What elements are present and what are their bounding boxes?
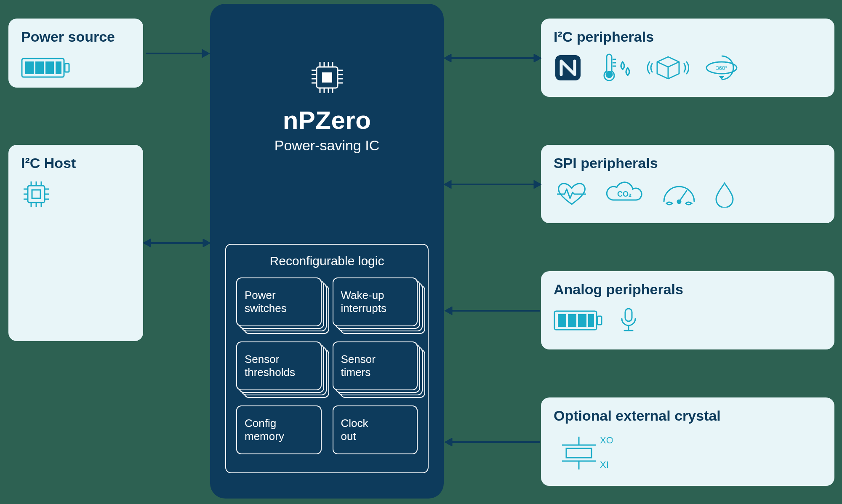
crystal-icon: XO XI <box>554 432 613 478</box>
svg-rect-54 <box>588 314 594 327</box>
i2c-peripherals-card: I²C peripherals <box>541 19 834 97</box>
svg-rect-53 <box>578 314 586 327</box>
spi-peripherals-card: SPI peripherals CO₂ <box>541 145 834 223</box>
analog-peripherals-title: Analog peripherals <box>554 281 822 298</box>
logic-cell-label: Wake-up interrupts <box>341 289 386 315</box>
battery-icon <box>21 53 72 83</box>
power-source-title: Power source <box>21 29 131 45</box>
crystal-xi-label: XI <box>600 459 609 470</box>
svg-rect-1 <box>65 64 69 72</box>
analog-peripherals-card: Analog peripherals <box>541 271 834 349</box>
center-subtitle: Power-saving IC <box>274 137 379 154</box>
arrow-power-to-center <box>143 47 210 60</box>
svg-marker-73 <box>534 180 541 189</box>
svg-marker-69 <box>444 54 451 62</box>
svg-text:CO₂: CO₂ <box>617 190 632 198</box>
svg-marker-70 <box>534 54 541 62</box>
chip-icon <box>308 59 346 96</box>
center-npzero-block: nPZero Power-saving IC Reconfigurable lo… <box>210 4 444 499</box>
svg-rect-55 <box>625 309 632 321</box>
svg-marker-66 <box>143 239 151 247</box>
svg-marker-75 <box>445 307 452 315</box>
logic-cell-label: Power switches <box>245 289 287 315</box>
svg-marker-77 <box>445 438 452 446</box>
logic-cell: Sensor timers <box>333 341 418 390</box>
chip-icon <box>21 179 51 209</box>
logic-cell: Clock out <box>333 405 418 454</box>
svg-rect-7 <box>32 190 40 198</box>
co2-icon: CO₂ <box>603 181 645 208</box>
crystal-xo-label: XO <box>600 435 613 445</box>
logic-cell: Config memory <box>236 405 322 454</box>
logic-cell-label: Sensor timers <box>341 353 376 379</box>
logic-cell: Wake-up interrupts <box>333 277 418 326</box>
logic-cell: Power switches <box>236 277 322 326</box>
arrow-analog-to-center <box>444 304 541 317</box>
svg-rect-4 <box>45 61 54 74</box>
arrow-center-to-i2c <box>444 52 541 64</box>
svg-rect-51 <box>558 314 566 327</box>
logic-cell-label: Config memory <box>245 417 284 443</box>
i2c-host-title: I²C Host <box>21 155 131 171</box>
battery-icon <box>554 309 604 332</box>
svg-rect-5 <box>56 61 61 74</box>
svg-rect-3 <box>35 61 44 74</box>
nfc-icon <box>554 53 582 82</box>
svg-rect-6 <box>28 186 45 203</box>
vibration-package-icon <box>647 53 689 82</box>
power-source-card: Power source <box>8 19 143 88</box>
svg-rect-21 <box>322 72 332 83</box>
rotation-360-icon: 360° <box>703 53 741 82</box>
svg-text:360°: 360° <box>716 65 727 71</box>
water-drop-icon <box>713 181 736 208</box>
logic-cell: Sensor thresholds <box>236 341 322 390</box>
heartrate-icon <box>554 181 590 208</box>
i2c-peripherals-title: I²C peripherals <box>554 29 822 45</box>
spi-peripherals-title: SPI peripherals <box>554 155 822 171</box>
crystal-card: Optional external crystal XO XI <box>541 397 834 486</box>
logic-cell-label: Clock out <box>341 417 368 443</box>
reconfigurable-logic-box: Reconfigurable logic Power switchesWake-… <box>225 244 429 473</box>
i2c-host-card: I²C Host <box>8 145 143 341</box>
svg-marker-72 <box>444 180 451 189</box>
arrow-host-to-center <box>143 237 210 249</box>
svg-rect-2 <box>25 61 34 74</box>
logic-cell-label: Sensor thresholds <box>245 353 295 379</box>
svg-rect-59 <box>566 448 592 458</box>
microphone-icon <box>618 306 639 335</box>
center-title: nPZero <box>283 106 371 135</box>
logic-title: Reconfigurable logic <box>236 254 418 268</box>
svg-rect-50 <box>597 316 602 325</box>
temperature-humidity-icon <box>596 53 634 82</box>
svg-point-48 <box>677 200 681 203</box>
air-quality-gauge-icon <box>659 181 699 208</box>
svg-marker-64 <box>202 49 210 58</box>
svg-rect-52 <box>568 314 576 327</box>
arrow-center-to-spi <box>444 178 541 191</box>
svg-marker-67 <box>203 239 210 247</box>
crystal-title: Optional external crystal <box>554 408 822 424</box>
arrow-crystal-to-center <box>444 436 541 448</box>
svg-point-39 <box>606 72 612 77</box>
